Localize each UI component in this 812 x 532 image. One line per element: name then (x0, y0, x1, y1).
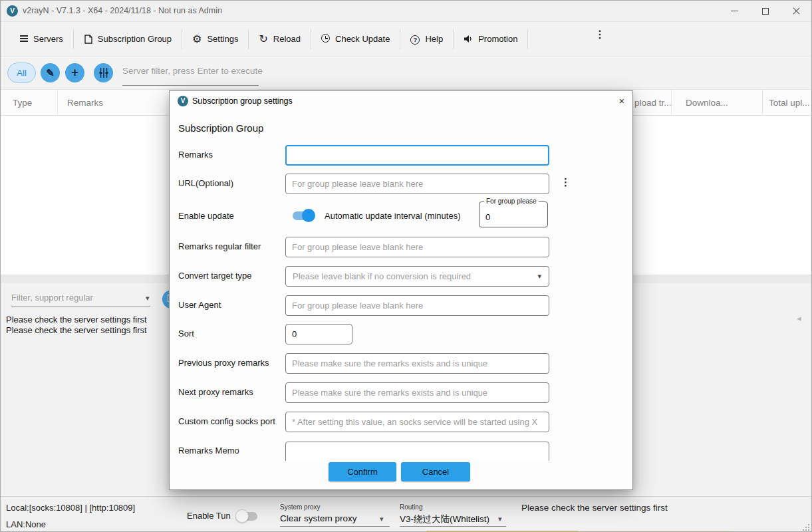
label-remarks: Remarks (178, 150, 213, 160)
menu-check-update[interactable]: Check Update (311, 29, 400, 50)
next-proxy-remarks-input[interactable] (285, 382, 549, 403)
label-custom-config-socks-port: Custom config socks port (178, 416, 275, 426)
chevron-down-icon: ▾ (146, 294, 150, 303)
help-icon: ? (410, 34, 420, 45)
label-remarks-memo: Remarks Memo (178, 446, 239, 456)
remarks-input[interactable] (285, 145, 549, 166)
local-ports-text: Local:[socks:10808] | [http:10809] (6, 503, 135, 513)
edit-group-button[interactable]: ✎ (41, 63, 60, 82)
label-previous-proxy-remarks: Previous proxy remarks (178, 358, 269, 368)
enable-update-toggle[interactable] (291, 209, 315, 222)
label-sort: Sort (178, 329, 194, 338)
menu-promotion[interactable]: Promotion (454, 29, 527, 50)
update-interval-field[interactable]: For group please 0 (479, 201, 548, 227)
lan-text: LAN:None (6, 519, 46, 529)
cancel-button[interactable]: Cancel (401, 462, 470, 481)
pencil-icon: ✎ (41, 63, 60, 82)
resize-grip[interactable] (808, 529, 809, 531)
server-filter-input[interactable]: Server filter, press Enter to execute (122, 66, 263, 76)
sort-input[interactable] (285, 324, 352, 344)
enable-tun-toggle[interactable] (235, 509, 260, 523)
v2rayn-logo-icon: V (178, 96, 188, 106)
chevron-down-icon: ▾ (498, 515, 502, 523)
confirm-button[interactable]: Confirm (329, 462, 396, 481)
menu-help[interactable]: ? Help (400, 29, 453, 50)
label-url-optional: URL(Optional) (178, 178, 233, 188)
column-header-download[interactable]: Downloa... (686, 98, 728, 108)
system-proxy-underline (280, 526, 390, 527)
server-filter-underline (122, 85, 259, 86)
menu-overflow-kebab-icon[interactable]: ⋮ (595, 28, 605, 41)
routing-select[interactable]: V3-绕过大陆(Whitelist) (400, 513, 489, 525)
menu-settings[interactable]: ⚙ Settings (182, 29, 248, 50)
label-convert-target-type: Convert target type (178, 271, 252, 281)
column-header-upload[interactable]: pload tr... (634, 98, 672, 108)
label-next-proxy-remarks: Next proxy remarks (178, 387, 253, 397)
menu-label: Help (425, 34, 443, 44)
label-user-agent: User Agent (178, 300, 221, 310)
log-filter-underline (11, 307, 150, 307)
v2rayn-logo-icon: V (7, 5, 18, 17)
column-header-remarks[interactable]: Remarks (67, 98, 103, 108)
window-title: v2rayN - V7.1.3 - X64 - 2024/11/18 - Not… (23, 1, 222, 21)
column-divider (57, 90, 58, 116)
chevron-left-icon[interactable]: ◂ (797, 313, 801, 323)
enable-tun-label: Enable Tun (187, 511, 231, 521)
menu-label: Promotion (478, 34, 517, 44)
column-divider (671, 90, 672, 116)
url-more-kebab-icon[interactable]: ⋮ (561, 176, 571, 188)
close-button[interactable] (781, 1, 811, 21)
log-filter-combobox[interactable]: Filter, support regular (11, 293, 93, 303)
servers-icon (20, 35, 28, 44)
menu-bar: Servers Subscription Group ⚙ Settings ↻ … (1, 22, 811, 57)
label-remarks-regular-filter: Remarks regular filter (178, 241, 261, 251)
toggle-thumb (302, 209, 315, 222)
update-interval-floating-label: For group please (484, 198, 539, 205)
dialog-title: Subscription group settings (192, 96, 293, 106)
status-bar: Local:[socks:10808] | [http:10809] LAN:N… (1, 496, 811, 532)
menu-subscription-group[interactable]: Subscription Group (74, 29, 182, 50)
maximize-button[interactable] (750, 1, 781, 21)
gear-icon: ⚙ (192, 34, 202, 45)
system-proxy-label: System proxy (280, 503, 321, 511)
menu-servers[interactable]: Servers (10, 29, 73, 50)
url-input[interactable] (285, 174, 549, 194)
column-divider (762, 90, 763, 116)
column-header-type[interactable]: Type (13, 98, 32, 108)
previous-proxy-remarks-input[interactable] (285, 353, 549, 374)
sliders-icon (94, 63, 113, 78)
log-message: Please check the server settings first (6, 325, 147, 335)
remarks-regular-filter-input[interactable] (285, 237, 549, 257)
dialog-close-icon[interactable]: × (614, 94, 630, 108)
menu-label: Reload (273, 34, 301, 44)
status-message: Please check the server settings first (521, 503, 668, 513)
column-header-total-upload[interactable]: Total upl... (769, 98, 810, 108)
menu-label: Subscription Group (98, 34, 172, 44)
menu-reload[interactable]: ↻ Reload (249, 29, 311, 50)
system-proxy-select[interactable]: Clear system proxy (280, 513, 357, 523)
promotion-icon (464, 35, 473, 43)
title-bar: V v2rayN - V7.1.3 - X64 - 2024/11/18 - N… (1, 1, 811, 22)
sort-filter-button[interactable] (94, 63, 113, 82)
subscription-group-icon (84, 35, 92, 44)
user-agent-input[interactable] (285, 295, 549, 316)
menu-label: Settings (207, 34, 238, 44)
toggle-thumb (235, 509, 249, 523)
menu-label: Check Update (335, 34, 390, 44)
routing-label: Routing (400, 503, 422, 511)
check-update-icon (321, 34, 330, 44)
custom-config-socks-port-input[interactable] (285, 412, 549, 432)
dialog-section-title: Subscription Group (178, 122, 263, 134)
app-window: V v2rayN - V7.1.3 - X64 - 2024/11/18 - N… (0, 0, 812, 532)
label-enable-update: Enable update (178, 211, 234, 221)
minimize-button[interactable] (720, 1, 750, 21)
group-tab-all[interactable]: All (7, 63, 36, 83)
routing-underline (400, 526, 506, 527)
maximize-icon (762, 8, 769, 15)
convert-target-type-select[interactable]: Please leave blank if no conversion is r… (285, 266, 549, 287)
add-group-button[interactable]: + (65, 63, 84, 82)
update-interval-value: 0 (485, 212, 490, 222)
label-auto-update-interval: Automatic update interval (minutes) (325, 211, 460, 221)
subscription-group-settings-dialog: V Subscription group settings × Subscrip… (169, 90, 633, 490)
plus-icon: + (65, 63, 84, 82)
